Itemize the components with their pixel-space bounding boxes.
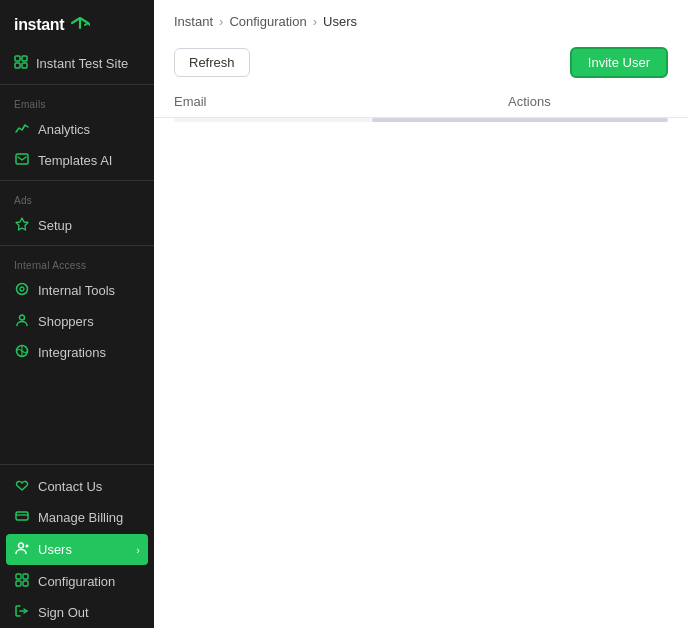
- toolbar: Refresh Invite User: [154, 39, 688, 86]
- breadcrumb-instant[interactable]: Instant: [174, 14, 213, 29]
- shoppers-label: Shoppers: [38, 314, 94, 329]
- breadcrumb: Instant › Configuration › Users: [154, 0, 688, 39]
- configuration-icon: [14, 573, 30, 590]
- invite-user-button[interactable]: Invite User: [570, 47, 668, 78]
- svg-rect-11: [16, 512, 28, 520]
- sidebar-spacer: [0, 368, 154, 464]
- sign-out-label: Sign Out: [38, 605, 89, 620]
- sidebar-item-contact-us[interactable]: Contact Us: [0, 471, 154, 502]
- section-ads: Ads: [0, 185, 154, 210]
- sidebar: instant Instant Test Site Emails: [0, 0, 154, 628]
- svg-rect-17: [23, 574, 28, 579]
- setup-icon: [14, 217, 30, 234]
- svg-rect-1: [22, 56, 27, 61]
- refresh-button[interactable]: Refresh: [174, 48, 250, 77]
- site-label: Instant Test Site: [36, 56, 128, 71]
- svg-rect-18: [16, 581, 21, 586]
- contact-us-icon: [14, 478, 30, 495]
- sidebar-item-users[interactable]: Users ›: [6, 534, 148, 565]
- sidebar-item-templates-ai[interactable]: Templates AI: [0, 145, 154, 176]
- svg-rect-0: [15, 56, 20, 61]
- manage-billing-icon: [14, 509, 30, 526]
- analytics-label: Analytics: [38, 122, 90, 137]
- breadcrumb-users: Users: [323, 14, 357, 29]
- sidebar-item-internal-tools[interactable]: Internal Tools: [0, 275, 154, 306]
- svg-rect-2: [15, 63, 20, 68]
- logo-icon: [70, 14, 90, 35]
- section-internal-access: Internal Access: [0, 250, 154, 275]
- sign-out-icon: [14, 604, 30, 621]
- sidebar-bottom: Contact Us Manage Billing Users: [0, 464, 154, 628]
- shoppers-icon: [14, 313, 30, 330]
- sidebar-item-site[interactable]: Instant Test Site: [0, 47, 154, 80]
- svg-rect-3: [22, 63, 27, 68]
- analytics-icon: [14, 121, 30, 138]
- svg-point-6: [17, 284, 28, 295]
- setup-label: Setup: [38, 218, 72, 233]
- configuration-label: Configuration: [38, 574, 115, 589]
- sidebar-item-analytics[interactable]: Analytics: [0, 114, 154, 145]
- manage-billing-label: Manage Billing: [38, 510, 123, 525]
- svg-rect-4: [16, 154, 28, 164]
- sidebar-item-shoppers[interactable]: Shoppers: [0, 306, 154, 337]
- svg-marker-5: [16, 218, 28, 230]
- table-body: [154, 122, 688, 628]
- users-label: Users: [38, 542, 72, 557]
- svg-rect-16: [16, 574, 21, 579]
- integrations-icon: [14, 344, 30, 361]
- svg-point-8: [20, 315, 25, 320]
- contact-us-label: Contact Us: [38, 479, 102, 494]
- sidebar-item-setup[interactable]: Setup: [0, 210, 154, 241]
- internal-tools-icon: [14, 282, 30, 299]
- divider-2: [0, 180, 154, 181]
- breadcrumb-configuration[interactable]: Configuration: [229, 14, 306, 29]
- table-header: Email Actions: [154, 86, 688, 118]
- sidebar-item-manage-billing[interactable]: Manage Billing: [0, 502, 154, 533]
- templates-ai-icon: [14, 152, 30, 169]
- site-icon: [14, 55, 28, 72]
- logo-text: instant: [14, 16, 64, 34]
- svg-point-13: [19, 543, 24, 548]
- sidebar-item-sign-out[interactable]: Sign Out: [0, 597, 154, 628]
- users-icon: [14, 541, 30, 558]
- svg-rect-19: [23, 581, 28, 586]
- column-email: Email: [174, 94, 508, 109]
- svg-point-7: [20, 287, 24, 291]
- column-actions: Actions: [508, 94, 668, 109]
- divider-1: [0, 84, 154, 85]
- templates-ai-label: Templates AI: [38, 153, 112, 168]
- chevron-right-icon: ›: [136, 544, 140, 556]
- logo-area: instant: [0, 0, 154, 47]
- internal-tools-label: Internal Tools: [38, 283, 115, 298]
- main-content: Instant › Configuration › Users Refresh …: [154, 0, 688, 628]
- table-scrollbar[interactable]: [174, 118, 668, 122]
- breadcrumb-sep-1: ›: [219, 14, 223, 29]
- section-emails: Emails: [0, 89, 154, 114]
- integrations-label: Integrations: [38, 345, 106, 360]
- breadcrumb-sep-2: ›: [313, 14, 317, 29]
- sidebar-item-configuration[interactable]: Configuration: [0, 566, 154, 597]
- sidebar-item-integrations[interactable]: Integrations: [0, 337, 154, 368]
- divider-3: [0, 245, 154, 246]
